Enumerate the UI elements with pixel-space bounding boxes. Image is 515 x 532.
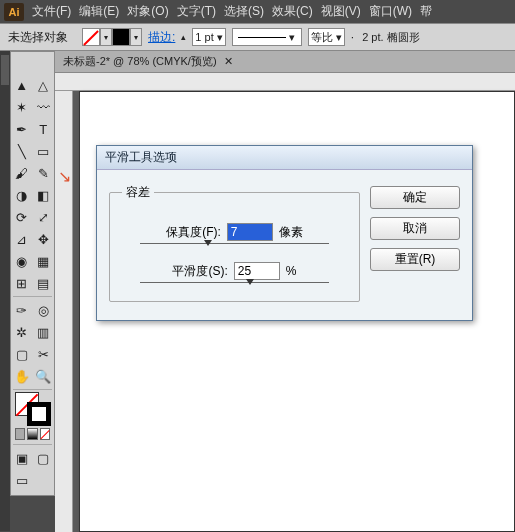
scale-tool[interactable]: ⤢	[33, 206, 55, 228]
toolbox: ▲△ ✶〰 ✒T ╲▭ 🖌✎ ◑◧ ⟳⤢ ⊿✥ ◉▦ ⊞▤ ✑◎ ✲▥ ▢✂ ✋…	[10, 51, 55, 496]
ruler-horizontal	[55, 73, 515, 91]
smoothness-input[interactable]	[234, 262, 280, 280]
screen-mode-full[interactable]: ▢	[33, 447, 55, 469]
graph-tool[interactable]: ▥	[33, 321, 55, 343]
dock-tab[interactable]	[1, 55, 9, 85]
menu-select[interactable]: 选择(S)	[224, 3, 264, 20]
shape-builder-tool[interactable]: ◉	[11, 250, 33, 272]
dialog-titlebar[interactable]: 平滑工具选项	[97, 146, 472, 170]
gradient-tool[interactable]: ▤	[33, 272, 55, 294]
hand-tool[interactable]: ✋	[11, 365, 33, 387]
eyedropper-tool[interactable]: ✑	[11, 299, 33, 321]
menu-help[interactable]: 帮	[420, 3, 432, 20]
document-title: 未标题-2* @ 78% (CMYK/预览)	[63, 54, 217, 69]
stroke-weight-input[interactable]: 1 pt ▾	[192, 28, 225, 46]
blend-tool[interactable]: ◎	[33, 299, 55, 321]
color-mode-none[interactable]	[40, 428, 50, 440]
color-mode-solid[interactable]	[15, 428, 25, 440]
annotation-arrow: ↘	[58, 167, 71, 186]
rectangle-tool[interactable]: ▭	[33, 140, 55, 162]
app-logo: Ai	[4, 3, 24, 21]
fill-stroke-controls: ▾ ▾	[82, 28, 142, 46]
perspective-tool[interactable]: ▦	[33, 250, 55, 272]
cancel-button[interactable]: 取消	[370, 217, 460, 240]
tolerance-legend: 容差	[122, 184, 154, 201]
selection-tool[interactable]: ▲	[11, 74, 33, 96]
menu-type[interactable]: 文字(T)	[177, 3, 216, 20]
stroke-dropdown[interactable]: ▾	[130, 28, 142, 46]
close-icon[interactable]: ✕	[223, 56, 235, 68]
fill-swatch[interactable]	[82, 28, 100, 46]
color-mode-gradient[interactable]	[27, 428, 37, 440]
rotate-tool[interactable]: ⟳	[11, 206, 33, 228]
magic-wand-tool[interactable]: ✶	[11, 96, 33, 118]
width-tool[interactable]: ⊿	[11, 228, 33, 250]
stroke-stepper-up[interactable]: ▴	[181, 32, 186, 42]
eraser-tool[interactable]: ◧	[33, 184, 55, 206]
fidelity-label: 保真度(F):	[166, 224, 221, 241]
artboard-tool[interactable]: ▢	[11, 343, 33, 365]
screen-mode-normal[interactable]: ▣	[11, 447, 33, 469]
type-tool[interactable]: T	[33, 118, 55, 140]
stroke-label[interactable]: 描边:	[148, 29, 175, 46]
tolerance-group: 容差 保真度(F): 像素 平滑度(S): %	[109, 184, 360, 302]
fidelity-input[interactable]	[227, 223, 273, 241]
panel-dock	[0, 51, 10, 531]
smoothness-unit: %	[286, 264, 297, 278]
fidelity-slider[interactable]	[140, 243, 329, 244]
menu-window[interactable]: 窗口(W)	[369, 3, 412, 20]
menu-view[interactable]: 视图(V)	[321, 3, 361, 20]
menu-object[interactable]: 对象(O)	[127, 3, 168, 20]
blob-brush-tool[interactable]: ◑	[11, 184, 33, 206]
smoothness-slider[interactable]	[140, 282, 329, 283]
stroke-style-dropdown[interactable]: ▾	[232, 28, 302, 46]
paintbrush-tool[interactable]: 🖌	[11, 162, 33, 184]
mesh-tool[interactable]: ⊞	[11, 272, 33, 294]
options-bar: 未选择对象 ▾ ▾ 描边: ▴ 1 pt ▾ ▾ 等比 ▾ · 2 pt. 椭圆…	[0, 23, 515, 51]
reset-button[interactable]: 重置(R)	[370, 248, 460, 271]
dialog-title: 平滑工具选项	[105, 149, 177, 166]
zoom-tool[interactable]: 🔍	[33, 365, 55, 387]
symbol-sprayer-tool[interactable]: ✲	[11, 321, 33, 343]
smoothness-label: 平滑度(S):	[172, 263, 227, 280]
pencil-tool[interactable]: ✎	[33, 162, 55, 184]
ruler-vertical	[55, 91, 73, 532]
ok-button[interactable]: 确定	[370, 186, 460, 209]
selection-status: 未选择对象	[8, 29, 68, 46]
fidelity-unit: 像素	[279, 224, 303, 241]
menu-effect[interactable]: 效果(C)	[272, 3, 313, 20]
stroke-color[interactable]	[27, 402, 51, 426]
slice-tool[interactable]: ✂	[33, 343, 55, 365]
free-transform-tool[interactable]: ✥	[33, 228, 55, 250]
stroke-info[interactable]: 2 pt. 椭圆形	[360, 28, 421, 46]
menu-bar: Ai 文件(F) 编辑(E) 对象(O) 文字(T) 选择(S) 效果(C) 视…	[0, 0, 515, 23]
smooth-tool-options-dialog: 平滑工具选项 容差 保真度(F): 像素 平滑度(S): %	[96, 145, 473, 321]
menu-file[interactable]: 文件(F)	[32, 3, 71, 20]
direct-selection-tool[interactable]: △	[33, 74, 55, 96]
fill-dropdown[interactable]: ▾	[100, 28, 112, 46]
fill-stroke-indicator[interactable]	[13, 392, 53, 426]
stroke-dot: ·	[351, 30, 354, 44]
screen-mode-toggle[interactable]: ▭	[11, 469, 33, 491]
lasso-tool[interactable]: 〰	[33, 96, 55, 118]
line-tool[interactable]: ╲	[11, 140, 33, 162]
proportion-dropdown[interactable]: 等比 ▾	[308, 28, 345, 46]
menu-edit[interactable]: 编辑(E)	[79, 3, 119, 20]
document-tab[interactable]: 未标题-2* @ 78% (CMYK/预览) ✕	[55, 51, 515, 73]
pen-tool[interactable]: ✒	[11, 118, 33, 140]
stroke-swatch[interactable]	[112, 28, 130, 46]
